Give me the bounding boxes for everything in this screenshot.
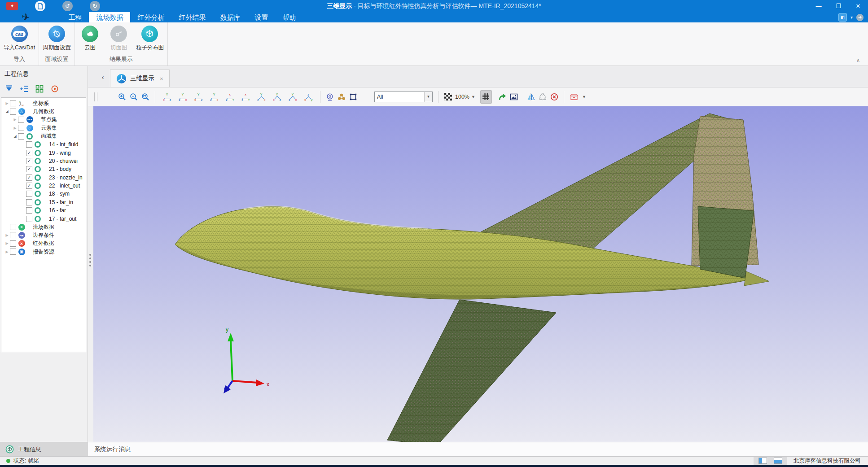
menu-item[interactable]: 数据库 bbox=[213, 12, 247, 22]
tree-item[interactable]: ✓20 - chuiwei bbox=[1, 157, 86, 165]
tree-item[interactable]: ✓22 - inlet_out bbox=[1, 182, 86, 190]
transparency-icon[interactable] bbox=[442, 90, 454, 104]
view-iso-8-icon[interactable]: Yxz bbox=[271, 90, 283, 104]
tree-item[interactable]: 14 - int_fluid bbox=[1, 140, 86, 148]
package-dropdown-icon[interactable]: ▼ bbox=[582, 95, 586, 99]
maximize-icon[interactable]: ❐ bbox=[829, 0, 848, 12]
menu-item[interactable]: 工程 bbox=[61, 12, 89, 22]
menu-item[interactable]: 帮助 bbox=[275, 12, 303, 22]
tree-checkbox[interactable] bbox=[10, 100, 16, 106]
layout-left-panel-icon[interactable] bbox=[758, 458, 767, 464]
menu-item[interactable]: 设置 bbox=[247, 12, 275, 22]
expander-icon[interactable]: ▶ bbox=[4, 233, 10, 237]
tree-checkbox[interactable] bbox=[10, 249, 16, 255]
package-icon[interactable] bbox=[568, 90, 580, 104]
tree-checkbox[interactable] bbox=[26, 141, 32, 148]
tree-item[interactable]: ▶↝边界条件 bbox=[1, 231, 86, 239]
view-ortho-3-icon[interactable]: Yxz bbox=[192, 90, 205, 104]
grid-view-icon[interactable] bbox=[35, 84, 44, 94]
tree-item[interactable]: 18 - sym bbox=[1, 190, 86, 198]
menu-item[interactable]: 红外结果 bbox=[171, 12, 213, 22]
tab-3d-view[interactable]: 三维显示 × bbox=[110, 70, 170, 87]
tree-item[interactable]: ▶◌元素集 bbox=[1, 124, 86, 132]
tree-item[interactable]: ▶Yzx坐标系 bbox=[1, 99, 86, 107]
expander-icon[interactable]: ▶ bbox=[4, 250, 10, 254]
ribbon-button-clock[interactable]: 周期面设置 bbox=[40, 25, 74, 52]
tree-checkbox[interactable]: ✓ bbox=[26, 183, 32, 189]
tab-close-icon[interactable]: × bbox=[160, 75, 163, 82]
expander-icon[interactable]: ▶ bbox=[12, 118, 18, 122]
locate-icon[interactable] bbox=[50, 84, 59, 94]
tree-item[interactable]: ▶×红外数据 bbox=[1, 240, 86, 248]
ribbon-button-particles[interactable]: 粒子分布图 bbox=[133, 25, 167, 52]
tree-item[interactable]: ▶⋯节点集 bbox=[1, 116, 86, 124]
tree-checkbox[interactable] bbox=[26, 207, 32, 214]
tree-checkbox[interactable] bbox=[26, 191, 32, 197]
undo-icon[interactable]: ↺ bbox=[62, 1, 73, 11]
tree-checkbox[interactable] bbox=[10, 109, 16, 115]
molecule-icon[interactable] bbox=[336, 90, 347, 104]
probe-icon[interactable] bbox=[324, 90, 336, 104]
style-icon[interactable]: ◧ bbox=[838, 13, 847, 22]
combobox-dropdown-icon[interactable]: ▼ bbox=[424, 92, 432, 102]
tree-item[interactable]: ✓23 - nozzle_in bbox=[1, 174, 86, 182]
tree-item[interactable]: ◢面域集 bbox=[1, 132, 86, 140]
expander-icon[interactable]: ◢ bbox=[4, 109, 10, 113]
zoom-fit-icon[interactable] bbox=[140, 90, 151, 104]
minimize-icon[interactable]: — bbox=[809, 0, 829, 12]
delete-icon[interactable] bbox=[548, 90, 560, 104]
tree-checkbox[interactable]: ✓ bbox=[26, 150, 32, 156]
zoom-in-icon[interactable] bbox=[116, 90, 128, 104]
view-iso-10-icon[interactable]: zxy bbox=[302, 90, 315, 104]
tree-checkbox[interactable]: ✓ bbox=[26, 175, 32, 181]
tree-checkbox[interactable] bbox=[26, 216, 32, 222]
tree-checkbox[interactable]: ✓ bbox=[26, 158, 32, 164]
zoom-out-icon[interactable] bbox=[128, 90, 140, 104]
view-ortho-6-icon[interactable]: xzY bbox=[239, 90, 252, 104]
view-ortho-1-icon[interactable]: Yxz bbox=[161, 90, 173, 104]
view-iso-9-icon[interactable]: Yzx bbox=[286, 90, 299, 104]
new-document-icon[interactable] bbox=[35, 1, 45, 11]
tree-checkbox[interactable] bbox=[10, 240, 16, 247]
tree-checkbox[interactable] bbox=[10, 224, 16, 230]
tree-item[interactable]: ✓19 - wing bbox=[1, 148, 86, 157]
view-iso-7-icon[interactable]: Yzx bbox=[255, 90, 267, 104]
snapshot-icon[interactable] bbox=[508, 90, 520, 104]
zoom-level-dropdown[interactable]: 100%▼ bbox=[454, 90, 477, 104]
tree-checkbox[interactable] bbox=[18, 125, 24, 131]
tree-item[interactable]: 15 - far_in bbox=[1, 198, 86, 206]
tree-item[interactable]: 17 - far_out bbox=[1, 214, 86, 223]
expander-icon[interactable]: ◢ bbox=[12, 134, 18, 138]
menu-item[interactable]: 流场数据 bbox=[89, 12, 130, 22]
viewport-3d[interactable]: x y bbox=[93, 106, 868, 442]
ribbon-button-slice[interactable]: 切面图 bbox=[105, 25, 133, 52]
tree-item[interactable]: 16 - far bbox=[1, 206, 86, 214]
close-icon[interactable]: ✕ bbox=[848, 0, 868, 12]
tree-item[interactable]: <流场数据 bbox=[1, 223, 86, 231]
tree-item[interactable]: ▶▣报告资源 bbox=[1, 248, 86, 256]
tree-item[interactable]: ✓21 - body bbox=[1, 165, 86, 173]
tree-checkbox[interactable] bbox=[26, 199, 32, 205]
expander-icon[interactable]: ▶ bbox=[4, 241, 10, 245]
view-ortho-2-icon[interactable]: Yzx bbox=[176, 90, 189, 104]
filter-icon[interactable] bbox=[4, 84, 13, 94]
help-icon[interactable]: ➜ bbox=[856, 14, 864, 21]
display-filter-combobox[interactable]: All ▼ bbox=[374, 92, 433, 102]
tree-checkbox[interactable] bbox=[18, 117, 24, 123]
mirror-icon[interactable] bbox=[525, 90, 537, 104]
dropdown-caret-icon[interactable]: ▾ bbox=[850, 15, 853, 20]
grid-toggle-icon[interactable] bbox=[480, 90, 492, 104]
tree-checkbox[interactable] bbox=[10, 232, 16, 238]
tab-scroll-left-icon[interactable]: ‹ bbox=[98, 71, 108, 83]
dock-tab-project-info[interactable]: 工程信息 bbox=[0, 442, 88, 456]
view-ortho-4-icon[interactable]: Yzx bbox=[208, 90, 220, 104]
select-frame-icon[interactable] bbox=[347, 90, 359, 104]
tree-checkbox[interactable] bbox=[18, 133, 24, 140]
menu-item[interactable]: 红外分析 bbox=[130, 12, 171, 22]
view-ortho-5-icon[interactable]: xzY bbox=[224, 90, 236, 104]
collapse-all-icon[interactable] bbox=[19, 84, 29, 94]
layout-bottom-panel-icon[interactable] bbox=[774, 458, 782, 464]
expander-icon[interactable]: ▶ bbox=[12, 126, 18, 130]
ribbon-button-cas[interactable]: cas导入Cas/Dat bbox=[1, 25, 38, 52]
share-arrow-icon[interactable] bbox=[496, 90, 508, 104]
